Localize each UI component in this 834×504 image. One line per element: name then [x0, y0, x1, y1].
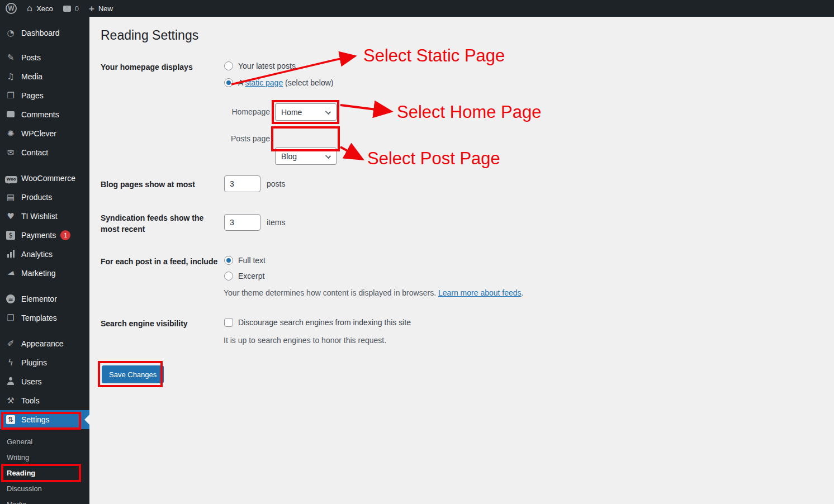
submenu-label: Media	[7, 500, 26, 504]
comments-menu[interactable]: 0	[63, 0, 79, 17]
homepage-select[interactable]: Home	[275, 103, 337, 121]
settings-submenu: General Writing Reading Discussion Media	[0, 429, 89, 504]
sidebar-item-users[interactable]: Users	[0, 372, 89, 391]
chevron-down-icon	[325, 109, 331, 115]
sidebar-label: Elementor	[21, 294, 57, 303]
sidebar-label: Products	[21, 193, 52, 202]
sidebar-label: WPClever	[21, 129, 56, 138]
wpclever-bulb-icon: ✺	[5, 130, 16, 138]
sidebar-label: Media	[21, 72, 42, 81]
sidebar-label: Users	[21, 377, 42, 386]
discourage-indexing-option[interactable]: Discourage search engines from indexing …	[224, 318, 411, 327]
sidebar-item-payments[interactable]: $ Payments 1	[0, 226, 89, 245]
static-page-link[interactable]: static page	[245, 78, 283, 87]
payments-dollar-icon: $	[5, 231, 16, 240]
comment-bubble-icon	[63, 6, 71, 12]
blog-pages-input[interactable]	[224, 175, 260, 192]
page-title: Reading Settings	[101, 28, 198, 43]
feed-description-period: .	[522, 288, 524, 297]
latest-posts-label: Your latest posts	[238, 61, 296, 70]
static-page-option[interactable]: A static page (select below)	[224, 78, 333, 87]
wp-logo-menu[interactable]: W	[6, 0, 17, 17]
sidebar-item-comments[interactable]: Comments	[0, 105, 89, 124]
full-text-radio[interactable]	[224, 256, 233, 265]
sidebar-item-wpclever[interactable]: ✺ WPClever	[0, 124, 89, 143]
submenu-item-reading[interactable]: Reading	[0, 465, 89, 481]
new-content-menu[interactable]: + New	[89, 0, 113, 17]
feed-description-text: Your theme determines how content is dis…	[224, 288, 438, 297]
submenu-item-discussion[interactable]: Discussion	[0, 481, 89, 496]
sidebar-item-woocommerce[interactable]: Woo WooCommerce	[0, 169, 89, 188]
homepage-select-label: Homepage	[223, 107, 270, 116]
sidebar-label: TI Wishlist	[21, 212, 58, 221]
submenu-item-general[interactable]: General	[0, 434, 89, 449]
sidebar-item-tools[interactable]: ⚒ Tools	[0, 391, 89, 410]
site-name-menu[interactable]: ⌂ Xeco	[27, 0, 53, 17]
home-icon: ⌂	[27, 4, 32, 13]
sidebar-item-marketing[interactable]: ◄ Marketing	[0, 264, 89, 283]
sidebar-item-elementor[interactable]: ≡ Elementor	[0, 289, 89, 308]
sidebar-item-templates[interactable]: ❒ Templates	[0, 308, 89, 327]
contact-envelope-icon: ✉	[5, 149, 16, 157]
sidebar-label: Tools	[21, 396, 40, 405]
site-name-label: Xeco	[36, 4, 53, 13]
excerpt-radio[interactable]	[224, 272, 233, 280]
sidebar-item-posts[interactable]: ✎ Posts	[0, 48, 89, 67]
submenu-item-media[interactable]: Media	[0, 496, 89, 504]
static-page-radio[interactable]	[224, 78, 233, 87]
sidebar-item-plugins[interactable]: ϟ Plugins	[0, 353, 89, 372]
sidebar-item-dashboard[interactable]: ◔ Dashboard	[0, 23, 89, 42]
posts-page-select-value: Blog	[281, 152, 297, 161]
posts-page-select[interactable]: Blog	[275, 148, 337, 165]
sidebar-label: Marketing	[21, 269, 55, 278]
feed-include-label: For each post in a feed, include	[101, 256, 218, 268]
excerpt-option[interactable]: Excerpt	[224, 272, 264, 280]
submenu-item-writing[interactable]: Writing	[0, 449, 89, 465]
wordpress-logo-icon: W	[6, 3, 17, 14]
sidebar-item-ti-wishlist[interactable]: ♥ TI Wishlist	[0, 207, 89, 226]
sidebar-label: Payments	[21, 231, 56, 240]
sidebar-label: Analytics	[21, 250, 53, 259]
homepage-select-value: Home	[281, 108, 302, 117]
sidebar-item-appearance[interactable]: ✐ Appearance	[0, 334, 89, 353]
submenu-label: Reading	[7, 469, 35, 477]
users-person-icon	[5, 377, 16, 387]
full-text-option[interactable]: Full text	[224, 256, 266, 265]
submenu-label: Writing	[7, 453, 29, 462]
plus-icon: +	[89, 4, 94, 13]
save-changes-button[interactable]: Save Changes	[102, 365, 164, 383]
comment-count: 0	[75, 4, 79, 13]
marketing-megaphone-icon: ◄	[4, 268, 17, 279]
sidebar-item-products[interactable]: ▤ Products	[0, 188, 89, 207]
syndication-input[interactable]	[224, 214, 260, 231]
sidebar-label: Comments	[21, 110, 59, 119]
sidebar-item-analytics[interactable]: Analytics	[0, 245, 89, 264]
discourage-indexing-label: Discourage search engines from indexing …	[238, 318, 411, 327]
media-icon: ♫	[5, 73, 16, 81]
full-text-label: Full text	[238, 256, 266, 265]
sidebar-label: Pages	[21, 91, 44, 100]
learn-more-feeds-link[interactable]: Learn more about feeds	[438, 288, 522, 297]
elementor-icon: ≡	[5, 294, 16, 304]
chevron-down-icon	[325, 153, 331, 159]
static-page-label: A static page (select below)	[238, 78, 333, 87]
pages-icon: ❐	[5, 92, 16, 100]
discourage-indexing-checkbox[interactable]	[224, 318, 233, 327]
syndication-unit: items	[267, 218, 285, 227]
latest-posts-radio[interactable]	[224, 61, 233, 70]
excerpt-label: Excerpt	[238, 272, 264, 280]
sidebar-label: WooCommerce	[21, 174, 75, 183]
sidebar-label: Appearance	[21, 339, 64, 348]
products-box-icon: ▤	[5, 193, 16, 202]
homepage-displays-label: Your homepage displays	[101, 62, 218, 73]
sidebar-item-pages[interactable]: ❐ Pages	[0, 86, 89, 105]
analytics-bars-icon	[5, 250, 16, 259]
dashboard-icon: ◔	[5, 29, 16, 37]
latest-posts-option[interactable]: Your latest posts	[224, 61, 296, 70]
syndication-label: Syndication feeds show the most recent	[101, 213, 212, 235]
sidebar-item-settings[interactable]: ⇅ Settings	[0, 410, 89, 429]
sidebar-item-media[interactable]: ♫ Media	[0, 67, 89, 86]
sidebar-item-contact[interactable]: ✉ Contact	[0, 143, 89, 162]
sidebar-label: Settings	[21, 415, 50, 424]
blog-pages-label: Blog pages show at most	[101, 179, 195, 191]
